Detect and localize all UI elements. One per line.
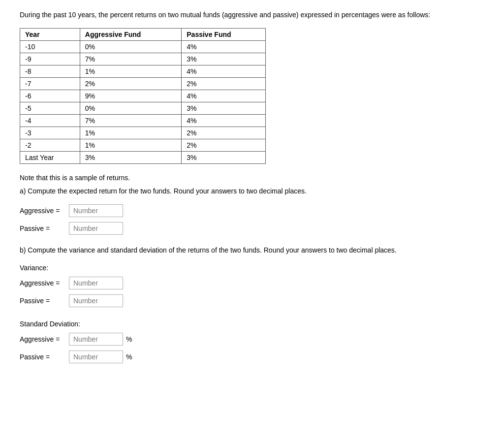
variance-title: Variance: bbox=[20, 264, 484, 272]
table-cell: -3 bbox=[20, 127, 80, 139]
table-cell: -7 bbox=[20, 78, 80, 90]
passive-std-input[interactable] bbox=[69, 350, 123, 363]
table-cell: 0% bbox=[80, 102, 181, 115]
table-cell: -4 bbox=[20, 115, 80, 127]
table-cell: 1% bbox=[80, 139, 181, 152]
passive-expected-row: Passive = bbox=[20, 222, 484, 235]
passive-expected-label: Passive = bbox=[20, 224, 69, 232]
table-cell: -5 bbox=[20, 102, 80, 115]
table-cell: 2% bbox=[182, 127, 266, 139]
aggressive-expected-label: Aggressive = bbox=[20, 207, 69, 215]
question-a-label: a) Compute the expected return for the t… bbox=[20, 186, 484, 196]
passive-expected-input[interactable] bbox=[69, 222, 123, 235]
passive-std-row: Passive = % bbox=[20, 350, 484, 363]
table-cell: 3% bbox=[80, 152, 181, 164]
aggressive-std-row: Aggressive = % bbox=[20, 333, 484, 346]
table-cell: 4% bbox=[182, 115, 266, 127]
table-cell: 4% bbox=[182, 90, 266, 102]
aggressive-expected-input[interactable] bbox=[69, 204, 123, 217]
table-row: -31%2% bbox=[20, 127, 266, 139]
passive-variance-label: Passive = bbox=[20, 297, 69, 305]
table-cell: -9 bbox=[20, 53, 80, 65]
table-cell: -2 bbox=[20, 139, 80, 152]
question-b-label: b) Compute the variance and standard dev… bbox=[20, 245, 484, 255]
table-cell: 0% bbox=[80, 41, 181, 53]
aggressive-variance-input[interactable] bbox=[69, 277, 123, 289]
table-row: Last Year3%3% bbox=[20, 152, 266, 164]
aggressive-variance-label: Aggressive = bbox=[20, 279, 69, 287]
aggressive-std-unit: % bbox=[126, 335, 132, 343]
table-cell: 1% bbox=[80, 127, 181, 139]
std-title: Standard Deviation: bbox=[20, 320, 484, 328]
intro-text: During the past 10 years, the percent re… bbox=[20, 10, 484, 20]
table-row: -69%4% bbox=[20, 90, 266, 102]
table-row: -97%3% bbox=[20, 53, 266, 65]
table-cell: -6 bbox=[20, 90, 80, 102]
table-row: -47%4% bbox=[20, 115, 266, 127]
aggressive-variance-row: Aggressive = bbox=[20, 277, 484, 289]
aggressive-expected-row: Aggressive = bbox=[20, 204, 484, 217]
table-row: -100%4% bbox=[20, 41, 266, 53]
table-cell: 3% bbox=[182, 53, 266, 65]
table-cell: 2% bbox=[80, 78, 181, 90]
table-row: -81%4% bbox=[20, 65, 266, 78]
table-cell: 7% bbox=[80, 53, 181, 65]
section-b: b) Compute the variance and standard dev… bbox=[20, 245, 484, 363]
table-cell: 3% bbox=[182, 102, 266, 115]
passive-variance-input[interactable] bbox=[69, 294, 123, 307]
table-cell: 1% bbox=[80, 65, 181, 78]
table-row: -50%3% bbox=[20, 102, 266, 115]
table-cell: 2% bbox=[182, 78, 266, 90]
table-cell: Last Year bbox=[20, 152, 80, 164]
passive-variance-row: Passive = bbox=[20, 294, 484, 307]
col-aggressive-header: Aggressive Fund bbox=[80, 29, 181, 41]
note-text: Note that this is a sample of returns. bbox=[20, 174, 484, 182]
table-cell: 4% bbox=[182, 41, 266, 53]
col-passive-header: Passive Fund bbox=[182, 29, 266, 41]
passive-std-unit: % bbox=[126, 353, 132, 361]
passive-std-label: Passive = bbox=[20, 353, 69, 361]
table-row: -72%2% bbox=[20, 78, 266, 90]
table-cell: 7% bbox=[80, 115, 181, 127]
col-year-header: Year bbox=[20, 29, 80, 41]
table-cell: 4% bbox=[182, 65, 266, 78]
section-a: a) Compute the expected return for the t… bbox=[20, 186, 484, 235]
table-cell: -10 bbox=[20, 41, 80, 53]
table-cell: 9% bbox=[80, 90, 181, 102]
table-row: -21%2% bbox=[20, 139, 266, 152]
table-cell: -8 bbox=[20, 65, 80, 78]
aggressive-std-label: Aggressive = bbox=[20, 335, 69, 343]
table-cell: 3% bbox=[182, 152, 266, 164]
data-table: Year Aggressive Fund Passive Fund -100%4… bbox=[20, 28, 266, 164]
aggressive-std-input[interactable] bbox=[69, 333, 123, 346]
table-cell: 2% bbox=[182, 139, 266, 152]
